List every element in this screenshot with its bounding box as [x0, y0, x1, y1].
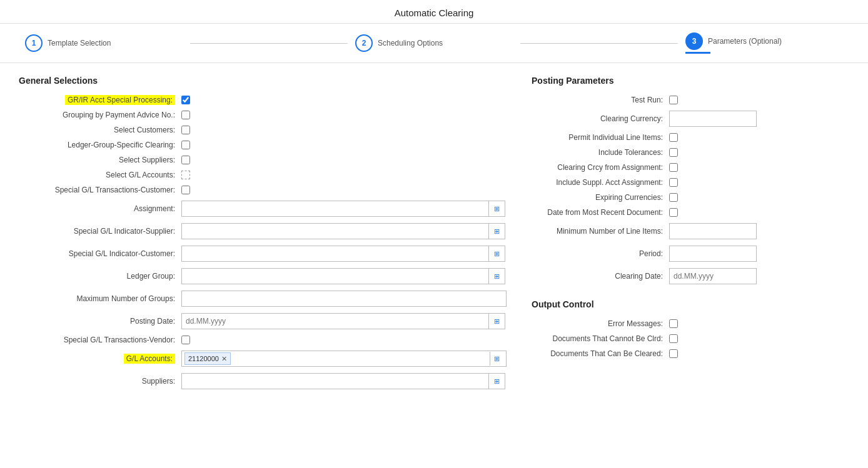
label-posting-date: Posting Date: [19, 317, 181, 326]
gl-accounts-tag-input[interactable]: 21120000 ✕ ⊞ [181, 351, 507, 367]
step-1[interactable]: 1 Template Selection [25, 34, 183, 52]
ctrl-select-suppliers [181, 156, 190, 164]
input-period[interactable] [669, 246, 757, 262]
ctrl-grir [181, 96, 190, 104]
step-3-indicator [685, 52, 710, 54]
checkbox-select-suppliers[interactable] [181, 156, 190, 164]
ctrl-special-gl-customer [181, 186, 190, 194]
ctrl-posting-date: ⊞ [181, 313, 505, 329]
label-docs-can-be-cleared: Documents That Can Be Cleared: [532, 349, 669, 358]
input-posting-date-container: ⊞ [181, 313, 505, 329]
row-include-suppl: Include Suppl. Acct Assignment: [532, 178, 849, 187]
input-assignment[interactable] [182, 201, 488, 216]
input-special-gl-supplier-container: ⊞ [181, 223, 505, 239]
label-include-tolerances: Include Tolerances: [532, 148, 669, 157]
label-clearing-date: Clearing Date: [532, 272, 669, 281]
label-assignment: Assignment: [19, 204, 181, 213]
general-selections-title: General Selections [19, 76, 507, 86]
checkbox-error-messages[interactable] [669, 319, 678, 328]
input-special-gl-supplier[interactable] [182, 224, 488, 239]
label-permit-individual: Permit Individual Line Items: [532, 133, 669, 142]
checkbox-permit-individual[interactable] [669, 133, 678, 142]
row-max-groups: Maximum Number of Groups: [19, 291, 507, 307]
checkbox-clearing-crcy[interactable] [669, 163, 678, 172]
label-select-customers: Select Customers: [19, 126, 181, 134]
ledger-group-expand-icon[interactable]: ⊞ [488, 268, 505, 284]
row-ledger-group: Ledger-Group-Specific Clearing: [19, 141, 507, 149]
checkbox-select-customers[interactable] [181, 126, 190, 134]
input-special-gl-customer-container: ⊞ [181, 246, 505, 262]
checkbox-date-most-recent[interactable] [669, 208, 678, 217]
checkbox-grouping[interactable] [181, 111, 190, 119]
checkbox-docs-can-be-cleared[interactable] [669, 349, 678, 358]
step-3[interactable]: 3 Parameters (Optional) [685, 32, 843, 54]
step-3-label: Parameters (Optional) [708, 37, 782, 46]
checkbox-select-gl[interactable] [181, 171, 190, 179]
input-clearing-currency[interactable] [669, 111, 757, 127]
gl-accounts-tag: 21120000 ✕ [184, 352, 231, 365]
row-clearing-crcy: Clearing Crcy from Assignment: [532, 163, 849, 172]
checkbox-include-suppl[interactable] [669, 178, 678, 187]
input-min-line-items[interactable] [669, 223, 757, 239]
checkbox-include-tolerances[interactable] [669, 148, 678, 157]
row-docs-cannot-be-clrd: Documents That Cannot Be Clrd: [532, 334, 849, 343]
row-date-most-recent: Date from Most Recent Document: [532, 208, 849, 217]
checkbox-test-run[interactable] [669, 96, 678, 104]
row-docs-can-be-cleared: Documents That Can Be Cleared: [532, 349, 849, 358]
label-min-line-items: Minimum Number of Line Items: [532, 227, 669, 236]
ctrl-special-gl-indicator-supplier: ⊞ [181, 223, 505, 239]
posting-date-expand-icon[interactable]: ⊞ [488, 313, 505, 329]
label-period: Period: [532, 249, 669, 258]
ctrl-ledger-group-input: ⊞ [181, 268, 505, 284]
row-special-gl-vendor: Special G/L Transactions-Vendor: [19, 336, 507, 344]
ctrl-special-gl-vendor [181, 336, 190, 344]
gl-accounts-expand-icon[interactable]: ⊞ [490, 352, 503, 366]
special-gl-customer-expand-icon[interactable]: ⊞ [488, 246, 505, 262]
input-posting-date[interactable] [182, 314, 488, 329]
checkbox-special-gl-vendor[interactable] [181, 336, 190, 344]
checkbox-docs-cannot-be-clrd[interactable] [669, 334, 678, 343]
general-selections-panel: General Selections GR/IR Acct Special Pr… [19, 76, 507, 396]
label-grouping: Grouping by Payment Advice No.: [19, 111, 181, 119]
label-special-gl-customer: Special G/L Transactions-Customer: [19, 186, 181, 194]
main-content: General Selections GR/IR Acct Special Pr… [0, 63, 868, 408]
row-clearing-currency: Clearing Currency: [532, 111, 849, 127]
posting-parameters-title: Posting Parameters [532, 76, 849, 86]
step-1-circle: 1 [25, 34, 43, 52]
label-gl-accounts: G/L Accounts: [19, 354, 181, 363]
suppliers-expand-icon[interactable]: ⊞ [488, 373, 505, 389]
ctrl-grouping [181, 111, 190, 119]
label-select-gl: Select G/L Accounts: [19, 171, 181, 179]
checkbox-grir[interactable] [181, 96, 190, 104]
tag-close-icon[interactable]: ✕ [221, 355, 227, 363]
input-clearing-date[interactable] [669, 268, 757, 284]
tag-value: 21120000 [188, 355, 219, 362]
row-grir: GR/IR Acct Special Processing: [19, 96, 507, 104]
row-error-messages: Error Messages: [532, 319, 849, 328]
output-control-title: Output Control [532, 299, 849, 309]
label-ledger-group: Ledger-Group-Specific Clearing: [19, 141, 181, 149]
assignment-expand-icon[interactable]: ⊞ [488, 201, 505, 217]
row-test-run: Test Run: [532, 96, 849, 104]
step-3-circle: 3 [685, 32, 703, 50]
checkbox-expiring-currencies[interactable] [669, 193, 678, 202]
row-posting-date: Posting Date: ⊞ [19, 313, 507, 329]
row-clearing-date: Clearing Date: [532, 268, 849, 284]
input-suppliers-container: ⊞ [181, 373, 505, 389]
special-gl-supplier-expand-icon[interactable]: ⊞ [488, 223, 505, 239]
checkbox-special-gl-customer[interactable] [181, 186, 190, 194]
label-include-suppl: Include Suppl. Acct Assignment: [532, 178, 669, 187]
label-error-messages: Error Messages: [532, 319, 669, 328]
label-suppliers: Suppliers: [19, 377, 181, 386]
input-suppliers[interactable] [182, 374, 488, 389]
step-1-label: Template Selection [48, 39, 111, 47]
input-max-groups[interactable] [181, 291, 507, 307]
row-assignment: Assignment: ⊞ [19, 201, 507, 217]
step-2[interactable]: 2 Scheduling Options [355, 34, 513, 52]
checkbox-ledger-group[interactable] [181, 141, 190, 149]
label-special-gl-indicator-supplier: Special G/L Indicator-Supplier: [19, 227, 181, 236]
label-expiring-currencies: Expiring Currencies: [532, 193, 669, 202]
input-ledger-group[interactable] [182, 269, 488, 284]
label-special-gl-indicator-customer: Special G/L Indicator-Customer: [19, 249, 181, 258]
input-special-gl-customer[interactable] [182, 246, 488, 261]
